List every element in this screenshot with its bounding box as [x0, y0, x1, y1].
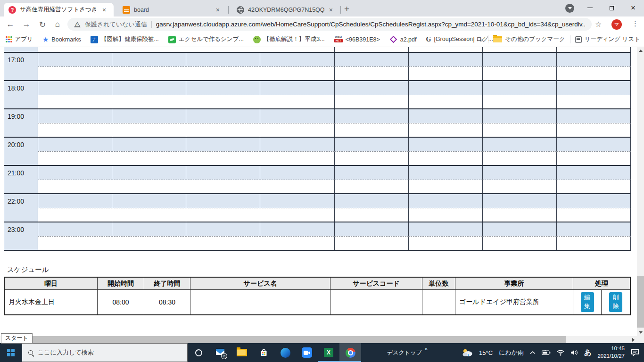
- bookmark-star-icon[interactable]: ☆: [595, 20, 602, 29]
- vertical-scrollbar-thumb[interactable]: [637, 276, 644, 328]
- calendar-cell[interactable]: [260, 109, 334, 137]
- calendar-cell[interactable]: [186, 194, 260, 222]
- address-bar[interactable]: 保護されていない通信 gasrv.japanwest.cloudapp.azur…: [67, 18, 592, 31]
- calendar-cell[interactable]: [112, 222, 186, 250]
- wifi-icon[interactable]: [557, 350, 564, 356]
- profile-avatar[interactable]: マ: [611, 19, 622, 30]
- calendar-cell[interactable]: [186, 53, 260, 80]
- calendar-cell[interactable]: [112, 81, 186, 108]
- not-secure-warning-icon[interactable]: [74, 22, 81, 27]
- scroll-up-icon[interactable]: [639, 49, 643, 52]
- taskbar-search-input[interactable]: ここに入力して検索: [22, 343, 188, 362]
- calendar-cell[interactable]: [112, 166, 186, 193]
- bookmarks-overflow-icon[interactable]: »: [480, 36, 484, 43]
- bookmark-wamnet[interactable]: WAMNET <96B391E8>: [334, 36, 380, 43]
- calendar-cell[interactable]: [335, 222, 409, 250]
- horizontal-scrollbar[interactable]: [0, 336, 637, 343]
- calendar-cell[interactable]: [483, 53, 557, 80]
- scroll-right-icon[interactable]: [632, 338, 635, 342]
- weather-desc[interactable]: にわか雨: [499, 348, 524, 357]
- microsoft-store-button[interactable]: [253, 343, 274, 362]
- bookmark-tetteikaisetsu[interactable]: 【徹底解説！】平成3...: [253, 35, 325, 43]
- calendar-cell[interactable]: [557, 194, 630, 222]
- calendar-cell[interactable]: [38, 53, 112, 80]
- calendar-cell[interactable]: [112, 109, 186, 137]
- calendar-cell[interactable]: [335, 138, 409, 165]
- calendar-cell[interactable]: [260, 138, 334, 165]
- calendar-cell[interactable]: [483, 166, 557, 193]
- video-app-button[interactable]: [296, 343, 318, 362]
- bookmark-bookmarks-folder[interactable]: ★ Bookmarks: [42, 35, 81, 44]
- browser-menu-icon[interactable]: ⋮: [632, 19, 639, 28]
- calendar-cell[interactable]: [112, 138, 186, 165]
- file-explorer-button[interactable]: [231, 343, 253, 362]
- window-close-button[interactable]: ×: [622, 0, 644, 16]
- volume-icon[interactable]: [570, 349, 578, 356]
- battery-icon[interactable]: [542, 350, 551, 355]
- calendar-cell[interactable]: [483, 81, 557, 108]
- calendar-cell[interactable]: [38, 138, 112, 165]
- calendar-cell[interactable]: [186, 81, 260, 108]
- bookmark-a2pdf[interactable]: a2.pdf: [389, 36, 417, 43]
- calendar-cell[interactable]: [38, 166, 112, 193]
- calendar-cell[interactable]: [112, 53, 186, 80]
- calendar-cell[interactable]: [186, 166, 260, 193]
- ime-indicator[interactable]: あ: [584, 348, 591, 357]
- other-bookmarks-button[interactable]: その他のブックマーク: [493, 35, 565, 43]
- url-text[interactable]: gasrv.japanwest.cloudapp.azure.com/web/H…: [156, 21, 585, 28]
- delete-button[interactable]: 削除: [609, 292, 622, 312]
- calendar-cell[interactable]: [557, 109, 630, 137]
- calendar-cell[interactable]: [409, 166, 483, 193]
- desktop-toolbar[interactable]: デスクトップ »: [387, 349, 428, 357]
- calendar-cell[interactable]: [260, 81, 334, 108]
- calendar-cell[interactable]: [260, 222, 334, 250]
- calendar-cell[interactable]: [409, 81, 483, 108]
- start-button[interactable]: [0, 343, 22, 362]
- calendar-cell[interactable]: [260, 53, 334, 80]
- calendar-cell[interactable]: [557, 53, 630, 80]
- calendar-cell[interactable]: [483, 138, 557, 165]
- calendar-cell[interactable]: [483, 109, 557, 137]
- calendar-cell[interactable]: [409, 222, 483, 250]
- tab-satsuki[interactable]: ? サ高住専用経営ソフトさつきちゃん ×: [4, 3, 114, 16]
- chrome-taskbar-button[interactable]: [339, 343, 361, 362]
- calendar-cell[interactable]: [409, 194, 483, 222]
- calendar-cell[interactable]: [38, 81, 112, 108]
- tab-board[interactable]: board ×: [118, 3, 225, 16]
- weather-temp[interactable]: 15°C: [479, 349, 493, 356]
- home-icon[interactable]: ⌂: [51, 18, 64, 31]
- action-center-icon[interactable]: [631, 349, 639, 356]
- scroll-down-icon[interactable]: [639, 331, 643, 334]
- calendar-cell[interactable]: [335, 81, 409, 108]
- calendar-cell[interactable]: [557, 138, 630, 165]
- new-tab-button[interactable]: +: [344, 4, 349, 14]
- calendar-cell[interactable]: [557, 166, 630, 193]
- horizontal-scrollbar-thumb[interactable]: [7, 336, 566, 343]
- edge-button[interactable]: [274, 343, 296, 362]
- bookmark-excel[interactable]: エクセルで作るシンプ...: [168, 35, 244, 43]
- calendar-cell[interactable]: [409, 138, 483, 165]
- calendar-cell[interactable]: [186, 222, 260, 250]
- calendar-cell[interactable]: [186, 138, 260, 165]
- tab-search-icon[interactable]: [565, 4, 574, 13]
- excel-taskbar-button[interactable]: X: [318, 343, 339, 362]
- calendar-cell[interactable]: [335, 194, 409, 222]
- bookmark-kenkouhoken[interactable]: ナ 【図解】健康保険被...: [91, 35, 159, 43]
- calendar-cell[interactable]: [557, 81, 630, 108]
- calendar-cell[interactable]: [112, 194, 186, 222]
- tab-42okydrm[interactable]: 42OKYDRM6QGPG7N15QQE7Z9... ×: [232, 3, 339, 16]
- calendar-cell[interactable]: [483, 222, 557, 250]
- desktop-expand-icon[interactable]: »: [425, 346, 428, 352]
- reading-list-button[interactable]: リーディング リスト: [575, 35, 640, 43]
- calendar-cell[interactable]: [335, 109, 409, 137]
- calendar-cell[interactable]: [335, 166, 409, 193]
- calendar-cell[interactable]: [335, 53, 409, 80]
- calendar-cell[interactable]: [38, 222, 112, 250]
- calendar-cell[interactable]: [409, 109, 483, 137]
- calendar-cell[interactable]: [38, 194, 112, 222]
- calendar-cell[interactable]: [38, 109, 112, 137]
- edit-button[interactable]: 編集: [581, 292, 594, 312]
- reload-icon[interactable]: ↻: [36, 18, 49, 31]
- vertical-scrollbar[interactable]: [637, 47, 644, 336]
- hidden-icons-chevron-icon[interactable]: [530, 351, 536, 354]
